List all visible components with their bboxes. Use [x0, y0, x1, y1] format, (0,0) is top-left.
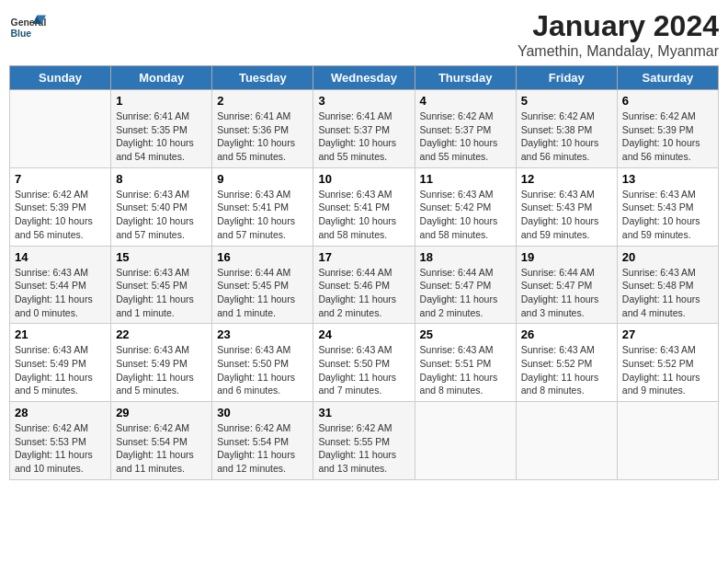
day-number: 24	[318, 327, 409, 341]
header-cell-tuesday: Tuesday	[212, 66, 313, 90]
day-number: 12	[521, 172, 612, 186]
day-cell: 31Sunrise: 6:42 AM Sunset: 5:55 PM Dayli…	[313, 402, 415, 480]
day-number: 27	[622, 327, 713, 341]
day-info: Sunrise: 6:43 AM Sunset: 5:43 PM Dayligh…	[622, 188, 713, 242]
day-info: Sunrise: 6:43 AM Sunset: 5:50 PM Dayligh…	[217, 343, 308, 397]
day-cell: 14Sunrise: 6:43 AM Sunset: 5:44 PM Dayli…	[10, 246, 111, 324]
day-cell: 27Sunrise: 6:43 AM Sunset: 5:52 PM Dayli…	[617, 324, 718, 402]
day-number: 2	[217, 94, 308, 108]
day-cell: 5Sunrise: 6:42 AM Sunset: 5:38 PM Daylig…	[516, 90, 617, 168]
day-info: Sunrise: 6:43 AM Sunset: 5:44 PM Dayligh…	[15, 266, 106, 320]
header-cell-friday: Friday	[516, 66, 617, 90]
day-number: 30	[217, 406, 308, 419]
day-cell: 17Sunrise: 6:44 AM Sunset: 5:46 PM Dayli…	[313, 246, 415, 324]
day-info: Sunrise: 6:42 AM Sunset: 5:53 PM Dayligh…	[15, 421, 106, 476]
day-number: 28	[15, 406, 106, 419]
day-number: 18	[420, 250, 511, 264]
day-info: Sunrise: 6:43 AM Sunset: 5:42 PM Dayligh…	[420, 188, 511, 242]
day-cell: 21Sunrise: 6:43 AM Sunset: 5:49 PM Dayli…	[10, 324, 111, 402]
week-row-3: 14Sunrise: 6:43 AM Sunset: 5:44 PM Dayli…	[10, 246, 719, 324]
day-info: Sunrise: 6:43 AM Sunset: 5:52 PM Dayligh…	[622, 343, 713, 397]
calendar-table: SundayMondayTuesdayWednesdayThursdayFrid…	[9, 65, 719, 480]
day-cell	[516, 402, 617, 480]
day-info: Sunrise: 6:43 AM Sunset: 5:50 PM Dayligh…	[318, 343, 409, 397]
header-cell-saturday: Saturday	[617, 66, 718, 90]
day-number: 23	[217, 327, 308, 341]
day-cell	[415, 402, 516, 480]
day-cell: 16Sunrise: 6:44 AM Sunset: 5:45 PM Dayli…	[212, 246, 313, 324]
day-cell: 15Sunrise: 6:43 AM Sunset: 5:45 PM Dayli…	[111, 246, 212, 324]
day-cell: 13Sunrise: 6:43 AM Sunset: 5:43 PM Dayli…	[617, 167, 718, 246]
day-info: Sunrise: 6:42 AM Sunset: 5:39 PM Dayligh…	[15, 188, 106, 242]
day-cell: 22Sunrise: 6:43 AM Sunset: 5:49 PM Dayli…	[111, 324, 212, 402]
week-row-1: 1Sunrise: 6:41 AM Sunset: 5:35 PM Daylig…	[10, 90, 719, 168]
day-info: Sunrise: 6:43 AM Sunset: 5:41 PM Dayligh…	[318, 188, 409, 242]
day-cell: 1Sunrise: 6:41 AM Sunset: 5:35 PM Daylig…	[111, 90, 212, 168]
day-number: 4	[420, 94, 511, 108]
day-number: 17	[318, 250, 409, 264]
day-info: Sunrise: 6:43 AM Sunset: 5:45 PM Dayligh…	[116, 266, 207, 320]
day-info: Sunrise: 6:43 AM Sunset: 5:40 PM Dayligh…	[116, 188, 207, 242]
week-row-2: 7Sunrise: 6:42 AM Sunset: 5:39 PM Daylig…	[10, 167, 719, 246]
day-cell: 25Sunrise: 6:43 AM Sunset: 5:51 PM Dayli…	[415, 324, 516, 402]
day-cell: 29Sunrise: 6:42 AM Sunset: 5:54 PM Dayli…	[111, 402, 212, 480]
day-info: Sunrise: 6:42 AM Sunset: 5:54 PM Dayligh…	[217, 421, 308, 476]
day-number: 31	[318, 406, 409, 419]
day-number: 14	[15, 250, 106, 264]
day-info: Sunrise: 6:42 AM Sunset: 5:38 PM Dayligh…	[521, 109, 612, 164]
day-cell: 26Sunrise: 6:43 AM Sunset: 5:52 PM Dayli…	[516, 324, 617, 402]
day-number: 11	[420, 172, 511, 186]
header-row: SundayMondayTuesdayWednesdayThursdayFrid…	[10, 66, 719, 90]
calendar-body: 1Sunrise: 6:41 AM Sunset: 5:35 PM Daylig…	[10, 90, 719, 480]
day-info: Sunrise: 6:43 AM Sunset: 5:41 PM Dayligh…	[217, 188, 308, 242]
day-number: 29	[116, 406, 207, 419]
day-number: 22	[116, 327, 207, 341]
day-number: 7	[15, 172, 106, 186]
day-number: 10	[318, 172, 409, 186]
day-info: Sunrise: 6:42 AM Sunset: 5:54 PM Dayligh…	[116, 421, 207, 476]
day-cell: 7Sunrise: 6:42 AM Sunset: 5:39 PM Daylig…	[10, 167, 111, 246]
day-info: Sunrise: 6:43 AM Sunset: 5:43 PM Dayligh…	[521, 188, 612, 242]
day-number: 5	[521, 94, 612, 108]
day-number: 20	[622, 250, 713, 264]
day-cell: 11Sunrise: 6:43 AM Sunset: 5:42 PM Dayli…	[415, 167, 516, 246]
title-section: January 2024 Yamethin, Mandalay, Myanmar	[518, 9, 719, 60]
day-number: 1	[116, 94, 207, 108]
day-cell: 24Sunrise: 6:43 AM Sunset: 5:50 PM Dayli…	[313, 324, 415, 402]
day-number: 9	[217, 172, 308, 186]
day-cell	[617, 402, 718, 480]
day-info: Sunrise: 6:41 AM Sunset: 5:35 PM Dayligh…	[116, 109, 207, 164]
day-number: 13	[622, 172, 713, 186]
header-cell-wednesday: Wednesday	[313, 66, 415, 90]
page-header: General Blue January 2024 Yamethin, Mand…	[9, 9, 719, 60]
day-cell: 18Sunrise: 6:44 AM Sunset: 5:47 PM Dayli…	[415, 246, 516, 324]
day-number: 8	[116, 172, 207, 186]
day-number: 15	[116, 250, 207, 264]
day-number: 19	[521, 250, 612, 264]
day-cell: 3Sunrise: 6:41 AM Sunset: 5:37 PM Daylig…	[313, 90, 415, 168]
day-number: 21	[15, 327, 106, 341]
day-number: 3	[318, 94, 409, 108]
calendar-header: SundayMondayTuesdayWednesdayThursdayFrid…	[10, 66, 719, 90]
day-cell: 23Sunrise: 6:43 AM Sunset: 5:50 PM Dayli…	[212, 324, 313, 402]
day-cell: 8Sunrise: 6:43 AM Sunset: 5:40 PM Daylig…	[111, 167, 212, 246]
day-info: Sunrise: 6:42 AM Sunset: 5:37 PM Dayligh…	[420, 109, 511, 164]
day-info: Sunrise: 6:43 AM Sunset: 5:51 PM Dayligh…	[420, 343, 511, 397]
day-number: 16	[217, 250, 308, 264]
day-info: Sunrise: 6:41 AM Sunset: 5:36 PM Dayligh…	[217, 109, 308, 164]
svg-text:Blue: Blue	[11, 29, 32, 39]
location-subtitle: Yamethin, Mandalay, Myanmar	[518, 43, 719, 60]
day-cell: 12Sunrise: 6:43 AM Sunset: 5:43 PM Dayli…	[516, 167, 617, 246]
week-row-4: 21Sunrise: 6:43 AM Sunset: 5:49 PM Dayli…	[10, 324, 719, 402]
day-number: 6	[622, 94, 713, 108]
header-cell-sunday: Sunday	[10, 66, 111, 90]
day-info: Sunrise: 6:43 AM Sunset: 5:52 PM Dayligh…	[521, 343, 612, 397]
header-cell-thursday: Thursday	[415, 66, 516, 90]
day-info: Sunrise: 6:44 AM Sunset: 5:46 PM Dayligh…	[318, 266, 409, 320]
day-info: Sunrise: 6:43 AM Sunset: 5:49 PM Dayligh…	[116, 343, 207, 397]
day-cell: 4Sunrise: 6:42 AM Sunset: 5:37 PM Daylig…	[415, 90, 516, 168]
day-cell: 19Sunrise: 6:44 AM Sunset: 5:47 PM Dayli…	[516, 246, 617, 324]
day-info: Sunrise: 6:43 AM Sunset: 5:48 PM Dayligh…	[622, 266, 713, 320]
day-info: Sunrise: 6:44 AM Sunset: 5:47 PM Dayligh…	[420, 266, 511, 320]
week-row-5: 28Sunrise: 6:42 AM Sunset: 5:53 PM Dayli…	[10, 402, 719, 480]
